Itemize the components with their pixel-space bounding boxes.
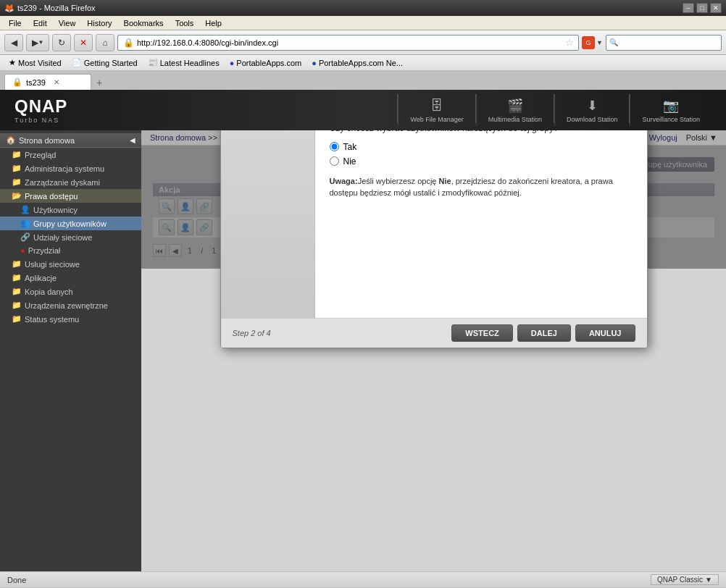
dialog-note: Uwaga:Jeśli wybierzesz opcję Nie, przejd…: [330, 175, 633, 199]
search-dropdown-arrow[interactable]: ▼: [596, 39, 603, 46]
breadcrumb-sep1: >>: [208, 133, 217, 142]
multimedia-station-icon[interactable]: 🎬 Multimedia Station: [476, 94, 554, 126]
dialog-footer: Step 2 of 4 WSTECZ DALEJ ANULUJ: [221, 318, 647, 348]
address-star-icon[interactable]: ☆: [565, 37, 574, 48]
multimedia-station-img: 🎬: [505, 97, 525, 114]
dyski-label: Zarządzanie dyskami: [25, 178, 100, 187]
next-button[interactable]: DALEJ: [517, 324, 571, 342]
bookmark-getting-started[interactable]: 📄 Getting Started: [67, 57, 142, 68]
browser-window-controls: – □ ✕: [683, 3, 722, 13]
sidebar-item-grupy[interactable]: 👥 Grupy użytkowników: [0, 217, 141, 230]
sidebar-item-uslugi[interactable]: 📁 Usługi sieciowe: [0, 257, 141, 271]
sidebar-item-status[interactable]: 📁 Status systemu: [0, 312, 141, 326]
przydział-icon: ●: [20, 246, 25, 255]
sidebar-item-admin[interactable]: 📁 Administracja systemu: [0, 161, 141, 175]
search-bar[interactable]: 🔍: [606, 35, 722, 51]
grupy-icon: 👥: [20, 219, 30, 228]
close-window-button[interactable]: ✕: [710, 3, 722, 13]
radio-nie-option[interactable]: Nie: [330, 156, 633, 167]
minimize-button[interactable]: –: [683, 3, 694, 13]
maximize-button[interactable]: □: [696, 3, 708, 13]
status-bar: Done QNAP Classic ▼: [0, 571, 726, 587]
menu-help[interactable]: Help: [199, 17, 228, 29]
getting-started-label: Getting Started: [84, 59, 138, 67]
radio-nie-input[interactable]: [330, 156, 339, 166]
sidebar-item-przeglad[interactable]: 📁 Przegląd: [0, 148, 141, 161]
sidebar-item-udzialy[interactable]: 🔗 Udziały sieciowe: [0, 230, 141, 244]
new-tab-button[interactable]: +: [91, 75, 107, 90]
radio-tak-input[interactable]: [330, 142, 339, 151]
back-button[interactable]: ◀: [4, 34, 23, 51]
sidebar-item-uzytkownicy[interactable]: 👤 Użytkownicy: [0, 203, 141, 217]
menu-edit[interactable]: Edit: [28, 17, 53, 29]
radio-options: Tak Nie: [330, 142, 633, 167]
stop-button[interactable]: ✕: [74, 34, 93, 51]
menu-view[interactable]: View: [53, 17, 82, 29]
back-button[interactable]: WSTECZ: [451, 324, 512, 342]
qnap-logo-text: QNAP: [14, 96, 67, 117]
dialog-buttons: WSTECZ DALEJ ANULUJ: [451, 324, 635, 342]
logout-link[interactable]: Wyloguj: [649, 133, 677, 142]
radio-tak-option[interactable]: Tak: [330, 142, 633, 152]
portableapps2-label: PortableApps.com Ne...: [319, 59, 403, 67]
prawa-folder-icon: 📂: [12, 191, 22, 201]
qnap-content-area: 🏠 Strona domowa ◀ 📁 Przegląd 📁 Administr…: [0, 130, 726, 571]
kopia-folder-icon: 📁: [12, 287, 22, 296]
surveillance-station-icon[interactable]: 📷 Surveillance Station: [630, 94, 712, 126]
surveillance-station-img: 📷: [661, 97, 681, 114]
sidebar-home-header[interactable]: 🏠 Strona domowa ◀: [0, 133, 141, 148]
home-button[interactable]: ⌂: [96, 34, 114, 51]
sidebar-item-kopia[interactable]: 📁 Kopia danych: [0, 285, 141, 298]
search-icon: 🔍: [609, 38, 618, 46]
bookmark-portableapps[interactable]: ● PortableApps.com: [225, 58, 306, 68]
sidebar-item-przydział[interactable]: ● Przydział: [0, 244, 141, 257]
qnap-subtitle: Turbo NAS: [14, 117, 67, 124]
address-bar[interactable]: 🔒 http://192.168.0.4:8080/cgi-bin/index.…: [117, 35, 579, 51]
bookmark-most-visited[interactable]: ★ Most Visited: [4, 57, 66, 68]
admin-label: Administracja systemu: [25, 164, 104, 173]
forward-button[interactable]: ▶▼: [26, 34, 49, 51]
menu-bookmarks[interactable]: Bookmarks: [118, 17, 170, 29]
surveillance-station-label: Surveillance Station: [642, 116, 700, 123]
sidebar-item-prawa[interactable]: 📂 Prawa dostępu: [0, 189, 141, 203]
note-bold: Nie: [439, 177, 451, 185]
menu-tools[interactable]: Tools: [170, 17, 200, 29]
uslugi-label: Usługi sieciowe: [25, 260, 80, 269]
cancel-button[interactable]: ANULUJ: [575, 324, 635, 342]
bookmark-portableapps2[interactable]: ● PortableApps.com Ne...: [307, 58, 407, 68]
tab-ts239[interactable]: 🔒 ts239 ✕: [4, 74, 91, 90]
note-prefix: Uwaga:: [330, 177, 358, 185]
prawa-label: Prawa dostępu: [25, 192, 78, 201]
web-file-manager-img: 🗄: [427, 97, 447, 114]
sidebar-item-urzadzenia[interactable]: 📁 Urządzenia zewnętrzne: [0, 298, 141, 312]
sidebar-item-dyski[interactable]: 📁 Zarządzanie dyskami: [0, 175, 141, 189]
status-folder-icon: 📁: [12, 314, 22, 324]
breadcrumb-home[interactable]: Strona domowa: [150, 133, 206, 142]
tab-close-button[interactable]: ✕: [54, 78, 59, 86]
address-security-icon: 🔒: [122, 37, 134, 49]
multimedia-station-label: Multimedia Station: [488, 116, 542, 123]
qnap-application: QNAP Turbo NAS 🗄 Web File Manager 🎬 Mult…: [0, 90, 726, 571]
download-station-icon[interactable]: ⬇ Download Station: [554, 94, 630, 126]
theme-selector[interactable]: QNAP Classic ▼: [651, 574, 719, 585]
menu-history[interactable]: History: [81, 17, 117, 29]
grupy-label: Grupy użytkowników: [33, 219, 107, 228]
reload-button[interactable]: ↻: [52, 34, 71, 51]
language-selector[interactable]: Polski ▼: [686, 133, 717, 142]
dialog-body: QNAP Turbo NAS Przypisać użytkowników Cz…: [221, 130, 647, 318]
theme-arrow-icon: ▼: [705, 576, 712, 584]
kopia-label: Kopia danych: [25, 287, 73, 296]
sidebar-item-aplikacje[interactable]: 📁 Aplikacje: [0, 271, 141, 285]
bookmark-headlines[interactable]: 📰 Latest Headlines: [143, 57, 224, 68]
web-file-manager-icon[interactable]: 🗄 Web File Manager: [398, 94, 475, 126]
most-visited-icon: ★: [9, 58, 16, 67]
menu-file[interactable]: File: [3, 17, 28, 29]
download-station-img: ⬇: [582, 97, 602, 114]
radio-nie-label: Nie: [343, 156, 356, 167]
przydział-label: Przydział: [28, 246, 61, 255]
status-right: QNAP Classic ▼: [651, 574, 719, 585]
browser-favicon: 🦊: [4, 4, 14, 13]
qnap-app-icons: 🗄 Web File Manager 🎬 Multimedia Station …: [397, 94, 712, 126]
lang-dropdown-icon: ▼: [709, 133, 717, 142]
aplikacje-folder-icon: 📁: [12, 273, 22, 282]
